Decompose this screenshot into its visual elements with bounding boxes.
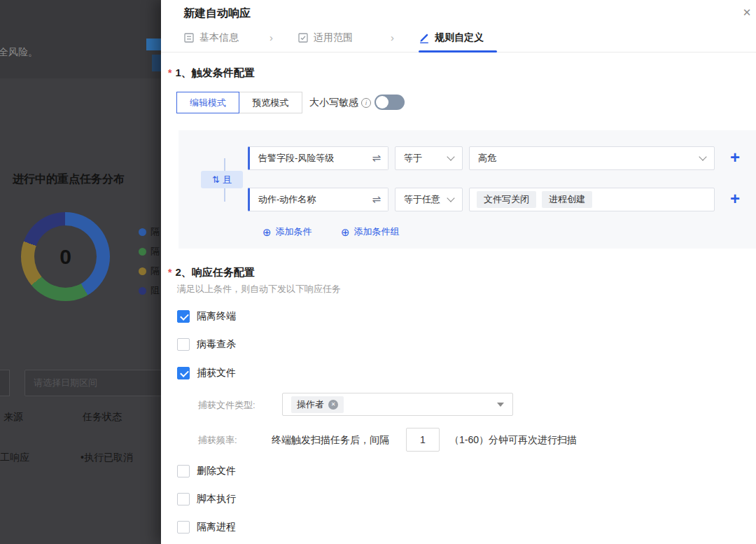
close-icon[interactable]: ✕ bbox=[739, 5, 755, 20]
condition-field-select[interactable]: 告警字段-风险等级 ⇌ bbox=[248, 146, 388, 170]
task-row-isolate-process: 隔离进程 bbox=[177, 521, 236, 533]
screen: 全风险。 进行中的重点任务分布 0 隔 隔 隔 阻 请选择日期区间 bbox=[0, 0, 756, 544]
step-separator: › bbox=[391, 32, 394, 43]
task-label: 病毒查杀 bbox=[197, 338, 236, 351]
legend-label: 隔 bbox=[150, 225, 160, 238]
background-header-band bbox=[0, 0, 161, 78]
background-stat-block bbox=[146, 39, 161, 50]
value-tags-field[interactable]: 文件写关闭 进程创建 bbox=[469, 188, 715, 211]
background-intro-text: 全风险。 bbox=[0, 46, 38, 59]
legend-dot bbox=[139, 267, 146, 275]
condition-row: 动作-动作名称 ⇌ 等于任意 文件写关闭 进程创建 + − bbox=[178, 188, 756, 211]
chevron-down-icon bbox=[699, 153, 706, 160]
checkbox-isolate-endpoint[interactable] bbox=[177, 310, 190, 323]
tag-close-icon[interactable]: ✕ bbox=[328, 400, 338, 410]
swap-icon[interactable]: ⇌ bbox=[372, 152, 381, 165]
add-row-button[interactable]: + bbox=[726, 189, 744, 209]
background-page: 全风险。 进行中的重点任务分布 0 隔 隔 隔 阻 请选择日期区间 bbox=[0, 0, 161, 544]
condition-field-select[interactable]: 动作-动作名称 ⇌ bbox=[248, 188, 388, 211]
capture-type-label: 捕获文件类型: bbox=[198, 399, 255, 412]
capture-freq-suffix: （1-60）分钟可再次进行扫描 bbox=[449, 434, 577, 447]
value-tag[interactable]: 进程创建 bbox=[542, 191, 592, 208]
legend-item: 隔 bbox=[139, 245, 160, 258]
task-row-delete-file: 删除文件 bbox=[177, 465, 236, 477]
caret-down-icon bbox=[497, 403, 504, 407]
value-tag[interactable]: 文件写关闭 bbox=[477, 191, 536, 208]
date-range-placeholder: 请选择日期区间 bbox=[34, 377, 97, 389]
create-auto-response-drawer: 新建自动响应 ✕ 基本信息 › 适用范围 › bbox=[161, 0, 756, 544]
table-header-source: 来源 bbox=[4, 411, 23, 424]
task-label: 删除文件 bbox=[197, 465, 236, 477]
tab-label: 规则自定义 bbox=[435, 32, 484, 44]
donut-center-value: 0 bbox=[59, 245, 71, 269]
checkbox-virus-scan[interactable] bbox=[177, 338, 190, 351]
checkbox-isolate-process[interactable] bbox=[177, 521, 190, 533]
remove-row-button[interactable]: − bbox=[752, 189, 756, 209]
pen-icon bbox=[419, 32, 430, 43]
task-label: 脚本执行 bbox=[197, 493, 236, 505]
chevron-down-icon bbox=[447, 194, 454, 202]
task-row-script-exec: 脚本执行 bbox=[177, 493, 236, 505]
condition-row: 告警字段-风险等级 ⇌ 等于 高危 + − bbox=[178, 146, 756, 170]
checklist-icon bbox=[298, 32, 309, 43]
and-connector-pill[interactable]: ⇅ 且 bbox=[201, 171, 243, 188]
value-select[interactable]: 高危 bbox=[469, 146, 715, 170]
tab-basic-info[interactable]: 基本信息 bbox=[183, 32, 239, 44]
tab-rule-custom[interactable]: 规则自定义 bbox=[419, 32, 484, 44]
circled-plus-icon: ⊕ bbox=[262, 227, 272, 237]
add-row-button[interactable]: + bbox=[726, 148, 744, 167]
cycle-icon: ⇅ bbox=[212, 174, 220, 185]
legend-item: 阻 bbox=[139, 284, 160, 297]
remove-row-button[interactable]: − bbox=[752, 148, 756, 167]
operator-select[interactable]: 等于 bbox=[395, 146, 463, 170]
legend-item: 隔 bbox=[139, 225, 160, 238]
section1-title: *1、触发条件配置 bbox=[168, 67, 255, 80]
operator-select[interactable]: 等于任意 bbox=[395, 188, 463, 211]
toggle-knob bbox=[376, 96, 388, 109]
section2-subtitle: 满足以上条件，则自动下发以下响应任务 bbox=[177, 283, 341, 295]
checkbox-capture-file[interactable] bbox=[177, 367, 190, 379]
legend-dot bbox=[139, 287, 146, 295]
case-sensitive-label: 大小写敏感 i bbox=[309, 97, 371, 109]
capture-freq-input[interactable]: 1 bbox=[406, 428, 440, 452]
date-range-input[interactable]: 请选择日期区间 bbox=[24, 370, 161, 396]
legend-item: 隔 bbox=[139, 265, 160, 277]
tab-label: 基本信息 bbox=[200, 32, 239, 44]
step-tabs: 基本信息 › 适用范围 › 规则自定义 bbox=[161, 28, 756, 53]
form-icon bbox=[183, 32, 195, 43]
swap-icon[interactable]: ⇌ bbox=[372, 193, 381, 206]
info-icon[interactable]: i bbox=[361, 98, 371, 108]
preview-mode-button[interactable]: 预览模式 bbox=[239, 92, 302, 113]
tab-label: 适用范围 bbox=[314, 32, 353, 44]
edit-mode-button[interactable]: 编辑模式 bbox=[176, 92, 239, 113]
task-label: 隔离终端 bbox=[197, 310, 236, 323]
table-cell-source: 工响应 bbox=[0, 452, 29, 464]
donut-center: 0 bbox=[34, 225, 97, 288]
capture-type-tag: 操作者 ✕ bbox=[291, 396, 344, 413]
capture-type-select[interactable]: 操作者 ✕ bbox=[282, 393, 513, 416]
condition-builder-panel: ⇅ 且 告警字段-风险等级 ⇌ 等于 高危 + − bbox=[178, 130, 756, 249]
case-sensitive-toggle[interactable] bbox=[374, 95, 405, 110]
legend-dot bbox=[139, 228, 146, 236]
active-tab-underline bbox=[419, 50, 497, 53]
tab-scope[interactable]: 适用范围 bbox=[298, 32, 353, 44]
task-row-isolate-endpoint: 隔离终端 bbox=[177, 310, 236, 323]
step-separator: › bbox=[270, 32, 273, 43]
required-star: * bbox=[168, 267, 172, 278]
and-connector-label: 且 bbox=[223, 174, 232, 186]
checkbox-delete-file[interactable] bbox=[177, 465, 190, 477]
table-cell-status: •执行已取消 bbox=[80, 452, 133, 464]
background-filter-prefix[interactable] bbox=[0, 370, 10, 396]
donut-chart-title: 进行中的重点任务分布 bbox=[13, 172, 125, 187]
section2-title: *2、响应任务配置 bbox=[168, 266, 255, 279]
add-condition-group-link[interactable]: ⊕ 添加条件组 bbox=[341, 225, 400, 238]
add-condition-link[interactable]: ⊕ 添加条件 bbox=[262, 225, 312, 238]
legend-label: 隔 bbox=[150, 245, 160, 258]
legend-dot bbox=[139, 248, 146, 256]
task-label: 隔离进程 bbox=[197, 521, 236, 533]
required-star: * bbox=[168, 67, 172, 78]
circled-plus-icon: ⊕ bbox=[341, 227, 350, 237]
checkbox-script-exec[interactable] bbox=[177, 493, 190, 505]
capture-freq-label: 捕获频率: bbox=[198, 434, 237, 447]
capture-freq-prefix: 终端触发扫描任务后，间隔 bbox=[272, 434, 389, 447]
